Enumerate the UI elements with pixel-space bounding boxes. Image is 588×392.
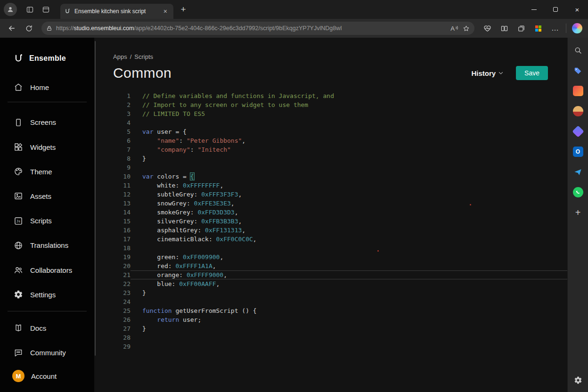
code-line[interactable]: 12 subtleGrey: 0xFFF3F3F3, bbox=[113, 190, 567, 199]
code-line[interactable]: 1// Define variables and functions in Ja… bbox=[113, 91, 567, 100]
code-line[interactable]: 19 green: 0xFF009900, bbox=[113, 253, 567, 261]
sidebar-item-scripts[interactable]: Js Scripts bbox=[0, 209, 94, 233]
code-line[interactable]: 18 bbox=[113, 244, 567, 253]
sidebar-item-assets[interactable]: Assets bbox=[0, 184, 94, 208]
code-line[interactable]: 25function getUserFromScript () { bbox=[113, 306, 567, 315]
code-line-text[interactable]: // LIMITED TO ES5 bbox=[131, 109, 567, 118]
code-line-text[interactable]: // Import to any screen or widget to use… bbox=[131, 100, 567, 109]
code-line[interactable]: 22 blue: 0xFF00AAFF, bbox=[113, 279, 567, 288]
code-line-text[interactable]: orange: 0xFFFF9000, bbox=[131, 270, 567, 279]
breadcrumb-scripts[interactable]: Scripts bbox=[134, 53, 153, 60]
more-menu-button[interactable]: … bbox=[547, 21, 563, 36]
code-line[interactable]: 3// LIMITED TO ES5 bbox=[113, 109, 567, 118]
code-line-text[interactable]: blue: 0xFF00AAFF, bbox=[131, 279, 567, 288]
code-line[interactable]: 14 smokeGrey: 0xFFD3D3D3, bbox=[113, 208, 567, 217]
sidebar-item-account[interactable]: M Account bbox=[0, 365, 94, 387]
maximize-button[interactable] bbox=[545, 0, 566, 19]
designer-app-icon[interactable] bbox=[572, 125, 584, 138]
sidebar-search-icon[interactable] bbox=[572, 44, 584, 57]
browser-essentials-icon[interactable] bbox=[479, 21, 495, 36]
code-line-text[interactable]: cinematicBlack: 0xFF0C0C0C, bbox=[131, 235, 567, 244]
sidebar-item-settings[interactable]: Settings bbox=[0, 282, 94, 307]
code-line-text[interactable]: var user = { bbox=[131, 127, 567, 136]
code-line-text[interactable]: } bbox=[131, 154, 567, 163]
code-line[interactable]: 29 bbox=[113, 342, 567, 351]
m365-app-icon[interactable] bbox=[572, 85, 584, 97]
profile-avatar[interactable] bbox=[4, 3, 17, 16]
new-tab-button[interactable]: + bbox=[176, 2, 190, 16]
drop-app-icon[interactable] bbox=[572, 166, 584, 178]
history-button[interactable]: History bbox=[471, 69, 504, 77]
code-line-text[interactable]: "company": "Initech" bbox=[131, 145, 567, 154]
sidebar-item-screens[interactable]: Screens bbox=[0, 110, 94, 135]
favorite-star-icon[interactable] bbox=[463, 25, 470, 32]
minimize-button[interactable] bbox=[523, 0, 545, 19]
code-line[interactable]: 13 snowGrey: 0xFFE3E3E3, bbox=[113, 199, 567, 208]
browser-tab[interactable]: Ensemble kitchen sink script × bbox=[60, 4, 173, 19]
code-line[interactable]: 6 "name": "Peter Gibbons", bbox=[113, 136, 567, 145]
outlook-app-icon[interactable]: O bbox=[572, 146, 584, 158]
lock-icon[interactable] bbox=[46, 25, 52, 32]
code-line[interactable]: 28 bbox=[113, 333, 567, 342]
code-line-text[interactable]: return user; bbox=[131, 315, 567, 324]
code-line-text[interactable]: var colors = { bbox=[131, 172, 567, 181]
code-line-text[interactable]: function getUserFromScript () { bbox=[131, 306, 567, 315]
code-line[interactable]: 26 return user; bbox=[113, 315, 567, 324]
code-line[interactable]: 21 orange: 0xFFFF9000, bbox=[113, 270, 567, 279]
brand[interactable]: Ensemble bbox=[0, 49, 94, 67]
code-line[interactable]: 9 bbox=[113, 163, 567, 172]
code-line-text[interactable] bbox=[131, 118, 567, 127]
workspaces-icon[interactable] bbox=[22, 2, 38, 16]
code-line[interactable]: 27} bbox=[113, 324, 567, 333]
game-app-icon[interactable] bbox=[572, 105, 584, 117]
code-line[interactable]: 8} bbox=[113, 154, 567, 163]
collections-icon[interactable] bbox=[513, 21, 529, 36]
shopping-tag-icon[interactable] bbox=[572, 65, 584, 77]
vertical-tabs-icon[interactable] bbox=[38, 2, 54, 16]
code-line-text[interactable]: smokeGrey: 0xFFD3D3D3, bbox=[131, 208, 567, 217]
breadcrumb-apps[interactable]: Apps bbox=[113, 53, 127, 60]
code-line[interactable]: 20 red: 0xFFFF1A1A, bbox=[113, 261, 567, 270]
code-line[interactable]: 10var colors = { bbox=[113, 172, 567, 181]
code-line-text[interactable]: // Define variables and functions in Jav… bbox=[131, 91, 567, 100]
code-line-text[interactable]: red: 0xFFFF1A1A, bbox=[131, 261, 567, 270]
address-bar[interactable]: https://studio.ensembleui.com/app/e24402… bbox=[41, 22, 474, 35]
code-line[interactable]: 11 white: 0xFFFFFFFF, bbox=[113, 181, 567, 190]
code-line-text[interactable]: subtleGrey: 0xFFF3F3F3, bbox=[131, 190, 567, 199]
code-line-text[interactable] bbox=[131, 333, 567, 342]
whatsapp-app-icon[interactable] bbox=[572, 186, 584, 198]
close-button[interactable]: × bbox=[566, 0, 588, 19]
code-line[interactable]: 4 bbox=[113, 118, 567, 127]
code-line[interactable]: 15 silverGrey: 0xFFB3B3B3, bbox=[113, 217, 567, 226]
copilot-button[interactable] bbox=[569, 21, 585, 36]
code-line-text[interactable] bbox=[131, 297, 567, 306]
code-line[interactable]: 7 "company": "Initech" bbox=[113, 145, 567, 154]
sidebar-settings-gear-icon[interactable] bbox=[572, 374, 584, 386]
code-line[interactable]: 16 asphaltGrey: 0xFF131313, bbox=[113, 226, 567, 235]
sidebar-item-translations[interactable]: Translations bbox=[0, 233, 94, 258]
code-line-text[interactable]: white: 0xFFFFFFFF, bbox=[131, 181, 567, 190]
save-button[interactable]: Save bbox=[516, 66, 548, 80]
code-line-text[interactable] bbox=[131, 163, 567, 172]
code-line-text[interactable]: snowGrey: 0xFFE3E3E3, bbox=[131, 199, 567, 208]
code-line-text[interactable]: "name": "Peter Gibbons", bbox=[131, 136, 567, 145]
sidebar-item-docs[interactable]: Docs bbox=[0, 316, 94, 340]
rewards-icon[interactable] bbox=[530, 21, 546, 36]
code-line-text[interactable]: asphaltGrey: 0xFF131313, bbox=[131, 226, 567, 235]
code-line-text[interactable]: green: 0xFF009900, bbox=[131, 253, 567, 261]
code-line-text[interactable]: } bbox=[131, 324, 567, 333]
code-line[interactable]: 5var user = { bbox=[113, 127, 567, 136]
tab-close-icon[interactable]: × bbox=[161, 7, 170, 16]
code-line[interactable]: 23} bbox=[113, 288, 567, 297]
code-line-text[interactable] bbox=[131, 342, 567, 351]
refresh-button[interactable] bbox=[21, 21, 37, 36]
read-aloud-button[interactable]: A bbox=[450, 25, 459, 32]
code-line[interactable]: 2// Import to any screen or widget to us… bbox=[113, 100, 567, 109]
split-screen-icon[interactable] bbox=[496, 21, 512, 36]
code-line-text[interactable]: silverGrey: 0xFFB3B3B3, bbox=[131, 217, 567, 226]
code-line-text[interactable] bbox=[131, 244, 567, 253]
sidebar-item-collaborators[interactable]: Collaborators bbox=[0, 258, 94, 282]
code-line-text[interactable]: } bbox=[131, 288, 567, 297]
sidebar-item-home[interactable]: Home bbox=[0, 77, 94, 97]
sidebar-add-icon[interactable]: + bbox=[572, 206, 584, 219]
